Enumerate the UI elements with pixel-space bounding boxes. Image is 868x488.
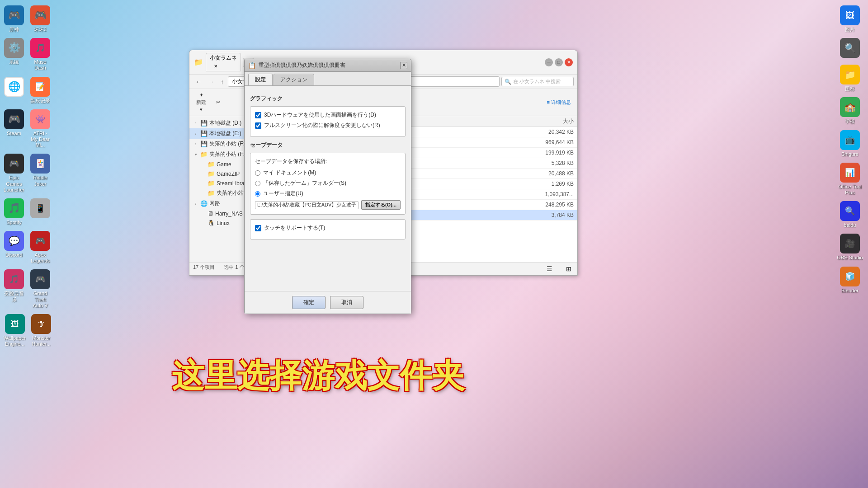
minimize-btn[interactable]: ─ bbox=[545, 58, 553, 66]
dropdown-arrow: ▾ bbox=[200, 107, 203, 113]
search-placeholder: 在 小女ラムネ 中搜索 bbox=[513, 78, 561, 85]
desktop-icon-pictures[interactable]: 🖼 图片 bbox=[834, 4, 866, 34]
nas-icon: 🖥 bbox=[208, 210, 213, 217]
desktop-icon-muse-dash[interactable]: 🎵 Muse Dash bbox=[28, 36, 52, 73]
checkbox-3d[interactable] bbox=[255, 112, 261, 118]
maximize-btn[interactable]: □ bbox=[555, 58, 563, 66]
desktop-icon-epic[interactable]: 🎮 Epic Games Launcher bbox=[2, 152, 26, 195]
view-grid-btn[interactable]: ⊞ bbox=[564, 264, 574, 274]
save-section-box: セーブデータを保存する場所: マイ ドキュメント(M) 「保存したゲーム」フォル… bbox=[250, 153, 406, 215]
dialog-footer: 確定 取消 bbox=[245, 291, 411, 314]
desktop-icon-misc[interactable]: 📱 bbox=[28, 197, 52, 227]
dialog-tabs: 設定 アクション bbox=[245, 72, 411, 86]
col-size-header: 大小 bbox=[528, 117, 574, 125]
desktop-icon-school[interactable]: 🏫 学校 bbox=[834, 95, 866, 126]
view-list-btn[interactable]: ☰ bbox=[544, 264, 555, 274]
folder-lost-icon: 📁 bbox=[208, 190, 215, 197]
expand-icon-e: › bbox=[193, 131, 198, 136]
expand-icon-f1: › bbox=[193, 142, 198, 146]
desktop-icon-bilibili[interactable]: 📺 Shigure bbox=[834, 128, 866, 159]
up-btn[interactable]: ↑ bbox=[218, 77, 226, 87]
desktop-icon-search[interactable]: 🔍 bbox=[834, 36, 866, 61]
checkbox-touch-label: タッチをサポートする(T) bbox=[264, 224, 325, 232]
desktop-icon-entertainment[interactable]: 📝 娱乐记录 bbox=[28, 75, 52, 106]
desktop-icon-apex[interactable]: 🎮 Apex Legends bbox=[28, 229, 52, 266]
desktop-icon-obs[interactable]: 🎥 OBS Studio bbox=[834, 232, 866, 263]
cancel-btn[interactable]: 取消 bbox=[330, 296, 363, 309]
expand-icon-f2: ▾ bbox=[193, 152, 198, 157]
radio-row-documents: マイ ドキュメント(M) bbox=[255, 169, 401, 177]
path-select-btn[interactable]: 指定する(O)... bbox=[361, 200, 401, 210]
desktop-icon-spotify[interactable]: 🎵 Spotify bbox=[2, 197, 26, 227]
new-icon: ✦ bbox=[199, 92, 203, 98]
dialog-titlebar: 📋 重型弾倶倶倶倶乃妖娆倶倶倶倶冊書 ✕ bbox=[245, 59, 411, 72]
radio-documents[interactable] bbox=[255, 170, 260, 176]
desktop-icon-riddle-joker[interactable]: 🃏 Riddle Joker bbox=[28, 152, 52, 195]
desktop-icon-steam[interactable]: 🎮 Steam bbox=[2, 108, 26, 150]
linux-icon: 🐧 bbox=[208, 220, 215, 226]
desktop-icon-system[interactable]: ⚙️ 系统 bbox=[2, 36, 26, 73]
ok-btn[interactable]: 確定 bbox=[292, 296, 326, 309]
explorer-tab-active[interactable]: 小女ラムネ ✕ bbox=[206, 53, 241, 71]
desktop-icon-atri[interactable]: 👾 ATRI · My Dear Mi... bbox=[28, 108, 52, 150]
checkbox-row-3d: 3Dハードウェアを使用した画面描画を行う(D) bbox=[255, 111, 401, 119]
radio-custom[interactable] bbox=[255, 191, 260, 197]
folder-game-icon: 📁 bbox=[208, 161, 215, 168]
drive-f2-icon: 📁 bbox=[200, 151, 208, 158]
dialog-body: グラフィック 3Dハードウェアを使用した画面描画を行う(D) フルスクリーン化の… bbox=[245, 86, 411, 291]
explorer-tab-label: 小女ラムネ bbox=[210, 55, 237, 61]
path-input[interactable] bbox=[255, 201, 359, 209]
save-location-label: セーブデータを保存する場所: bbox=[255, 158, 401, 165]
cut-btn[interactable]: ✂ bbox=[213, 98, 223, 107]
forward-btn[interactable]: → bbox=[206, 77, 217, 87]
drive-e-icon: 💾 bbox=[200, 130, 208, 137]
desktop-icon-wallpaper-engine[interactable]: 🖼 Wallpaper Engine... bbox=[2, 312, 28, 349]
dialog-title-icon: 📋 bbox=[248, 62, 256, 69]
network-icon: 🌐 bbox=[200, 200, 208, 207]
expand-network: › bbox=[193, 202, 198, 206]
desktop-icon-gta[interactable]: 🎮 Grand Theft Auto V bbox=[28, 267, 52, 310]
details-icon: ≡ bbox=[547, 99, 550, 105]
dialog-close-btn[interactable]: ✕ bbox=[400, 62, 407, 69]
desktop-icon-monster-hunter[interactable]: 🗡 Monster Hunter... bbox=[29, 312, 53, 349]
drive-f1-icon: 💾 bbox=[200, 141, 208, 147]
desktop-icon-office-tool[interactable]: 📊 Office Tool Plus bbox=[834, 161, 866, 197]
search-box[interactable]: 🔍 在 小女ラムネ 中搜索 bbox=[501, 77, 574, 86]
desktop-icon-blender[interactable]: 🧊 Blender bbox=[834, 265, 866, 296]
search-icon: 🔍 bbox=[505, 79, 511, 85]
explorer-folder-icon: 📁 bbox=[194, 58, 203, 66]
desktop-icon-icon-folder[interactable]: 📁 图标 bbox=[834, 63, 866, 94]
checkbox-fullscreen[interactable] bbox=[255, 122, 261, 129]
checkbox-touch[interactable] bbox=[255, 225, 261, 231]
back-btn[interactable]: ← bbox=[193, 77, 204, 87]
save-section-title: セーブデータ bbox=[250, 141, 406, 149]
desktop-icon-yuanshen[interactable]: 🎮 原神 bbox=[2, 4, 26, 34]
desktop-icon-bianlian[interactable]: 🎵 变脸云音乐 bbox=[2, 267, 26, 310]
expand-icon: › bbox=[193, 121, 198, 126]
details-toggle-btn[interactable]: ≡ 详细信息 bbox=[544, 98, 574, 107]
game-settings-dialog: 📋 重型弾倶倶倶倶乃妖娆倶倶倶倶冊書 ✕ 設定 アクション グラフィック 3Dハ… bbox=[244, 59, 411, 314]
graphics-section-box: 3Dハードウェアを使用した画面描画を行う(D) フルスクリーン化の際に解像度を変… bbox=[250, 106, 406, 137]
folder-gamezip-icon: 📁 bbox=[208, 170, 215, 177]
cut-icon: ✂ bbox=[216, 99, 220, 105]
status-total: 17 个项目 bbox=[193, 264, 215, 274]
checkbox-fullscreen-label: フルスクリーン化の際に解像度を変更しない(R) bbox=[264, 122, 380, 129]
checkbox-row-touch: タッチをサポートする(T) bbox=[255, 224, 401, 232]
desktop-icon-chrome[interactable]: 🌐 bbox=[2, 75, 26, 106]
tab-close-btn[interactable]: ✕ bbox=[212, 62, 220, 70]
tab-settings[interactable]: 設定 bbox=[248, 74, 273, 85]
radio-row-custom: ユーザー指定(U) bbox=[255, 190, 401, 197]
folder-steam-icon: 📁 bbox=[208, 180, 215, 187]
desktop-icon-discord[interactable]: 💬 Discord bbox=[2, 229, 26, 266]
desktop-icon-honkai[interactable]: 🎮 坏坏3 bbox=[28, 4, 52, 34]
tab-actions[interactable]: アクション bbox=[274, 74, 314, 85]
radio-saved-games[interactable] bbox=[255, 181, 260, 186]
checkbox-3d-label: 3Dハードウェアを使用した画面描画を行う(D) bbox=[264, 111, 376, 119]
close-btn[interactable]: ✕ bbox=[565, 58, 573, 66]
touch-section-box: タッチをサポートする(T) bbox=[250, 219, 406, 239]
checkbox-row-fullscreen: フルスクリーン化の際に解像度を変更しない(R) bbox=[255, 122, 401, 129]
new-btn[interactable]: ✦ 新建 ▾ bbox=[193, 91, 209, 114]
radio-saved-games-label: 「保存したゲーム」フォルダー(S) bbox=[263, 179, 346, 187]
desktop-icons-right: 🖼 图片 🔍 📁 图标 🏫 学校 📺 Shigure 📊 Office Tool… bbox=[832, 0, 868, 488]
desktop-icon-baidu[interactable]: 🔍 baidu bbox=[834, 199, 866, 230]
